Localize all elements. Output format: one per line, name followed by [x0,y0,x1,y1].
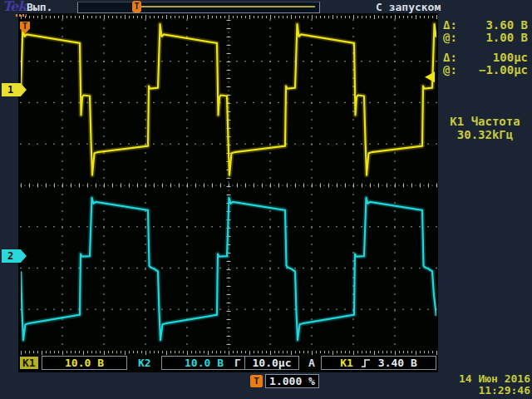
trigger-source: К1 [340,357,353,369]
timebase-value: 10.0µс [253,357,292,369]
cursor-at-time-row: @: −1.00µс [443,63,528,76]
ch2-marker-label: 2 [7,250,13,262]
trigger-position-marker-bar: T [132,1,141,12]
rising-edge-icon [361,358,371,368]
horizontal-position-box: 1.000 % [265,374,319,388]
delta-volts-value: 3.60 В [485,18,528,32]
frequency-measurement: К1 Частота 30.32kГц [438,115,532,141]
acquisition-status: Вып. [27,1,52,13]
cursor-at-volts-row: @: 1.00 В [443,31,528,44]
ch2-scale-label: К2 [138,357,151,369]
date-value: 14 Июн 2016 [439,373,530,385]
trigger-info-box: К1 3.40 В [321,356,436,370]
footer-strip: T 1.000 % 14 Июн 2016 11:29:46 [0,372,532,399]
delta-symbol: Δ: [443,51,457,64]
ch1-scale-box: 10.0 В [42,356,127,370]
horizontal-position-value: 1.000 % [269,375,315,387]
trigger-status: С запуском [376,1,441,13]
delta-symbol: Δ: [443,18,457,32]
record-window-line [139,6,315,7]
oscilloscope-screen: Tek Вып. T С запуском T 1 2 Δ: 3.60 В @:… [0,0,532,399]
ch1-scale-badge: К1 [20,357,38,369]
time-value: 11:29:46 [439,385,530,397]
record-view-bar [77,2,320,13]
at-symbol: @: [443,63,457,76]
cursor-delta-volts-row: Δ: 3.60 В [443,18,528,32]
timebase-box: 10.0µс [244,356,299,370]
measurement-panel: Δ: 3.60 В @: 1.00 В Δ: 100µс @: −1.00µс … [438,13,532,372]
window-position-ticks [16,14,27,17]
header-bar: Tek Вып. T С запуском [0,0,532,13]
trigger-type-label: А [308,357,315,369]
ch2-scale-value: 10.0 В [185,357,224,369]
graticule-and-traces [18,13,438,355]
tek-logo: Tek [2,0,26,14]
delta-time-value: 100µс [493,51,528,64]
at-volts-value: 1.00 В [485,31,528,44]
frequency-value: 30.32kГц [438,128,532,141]
frequency-title: К1 Частота [438,115,532,128]
ch1-marker-label: 1 [7,84,13,96]
status-bar: К1 10.0 В К2 10.0 В Г 10.0µс А К1 3.40 В [18,355,438,372]
at-time-value: −1.00µс [479,63,528,76]
timebase-label: Г [234,357,241,369]
horizontal-trigger-marker: T [250,375,263,387]
cursor-delta-time-row: Δ: 100µс [443,51,528,64]
at-symbol: @: [443,31,457,44]
trigger-level-value: 3.40 В [378,357,417,369]
ch1-scale-value: 10.0 В [65,357,104,369]
datetime-display: 14 Июн 2016 11:29:46 [439,373,530,397]
